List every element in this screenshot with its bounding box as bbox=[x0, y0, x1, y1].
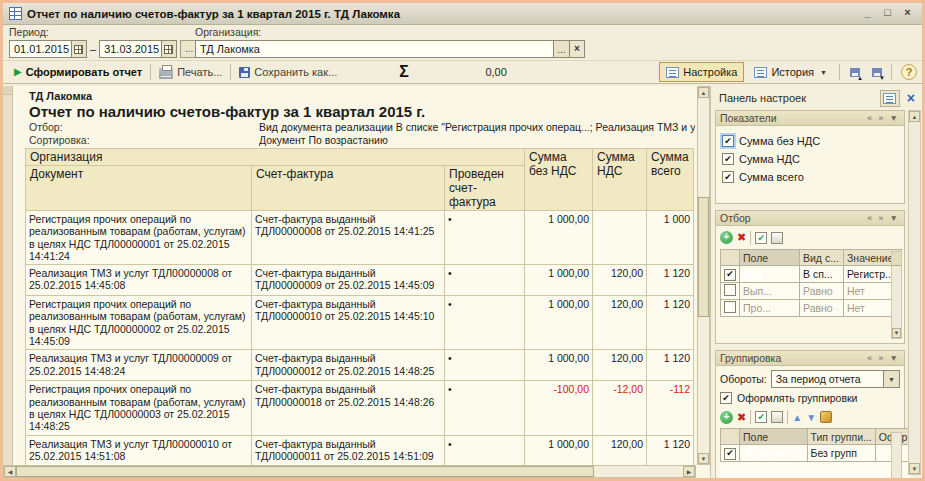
uncheck-all-icon[interactable] bbox=[771, 411, 783, 423]
chevron-right-icon[interactable]: » bbox=[878, 213, 885, 223]
indicator-sum-vat[interactable]: ✔ Сумма НДС bbox=[716, 150, 904, 168]
collapse-icon[interactable]: ▼ bbox=[890, 213, 900, 223]
col-header-invoice[interactable]: Счет-фактура bbox=[252, 166, 445, 211]
grouping-col-field[interactable]: Поле bbox=[740, 429, 808, 445]
panel-scrollbar[interactable]: ▲ ▼ bbox=[908, 110, 921, 475]
uncheck-all-icon[interactable] bbox=[771, 232, 783, 244]
vertical-scroll-thumb[interactable] bbox=[698, 197, 709, 317]
save-as-button[interactable]: Сохранить как... bbox=[233, 62, 343, 82]
checkbox-unchecked[interactable] bbox=[724, 284, 736, 296]
vertical-scrollbar[interactable]: ▲ ▼ bbox=[697, 86, 710, 465]
chevron-left-icon[interactable]: « bbox=[867, 353, 874, 363]
format-icon[interactable] bbox=[820, 411, 832, 423]
filter-col-field[interactable]: Поле bbox=[740, 250, 800, 266]
checkbox-checked[interactable]: ✔ bbox=[724, 269, 736, 281]
grouping-col-type[interactable]: Тип группи... bbox=[807, 429, 875, 445]
delete-icon[interactable]: ✖ bbox=[737, 411, 746, 424]
filter-row[interactable]: Вып... Равно Нет bbox=[721, 282, 902, 299]
help-button[interactable]: ? bbox=[901, 64, 917, 80]
format-groupings-checkbox[interactable]: ✔ Оформлять группировки bbox=[716, 390, 904, 406]
checkbox-checked[interactable]: ✔ bbox=[722, 153, 734, 165]
collapse-icon[interactable]: ▼ bbox=[890, 353, 900, 363]
organization-select-button[interactable]: ... bbox=[553, 41, 569, 57]
col-header-posted[interactable]: Проведен счет-фактура bbox=[445, 166, 525, 211]
history-icon bbox=[754, 67, 767, 78]
organization-input[interactable]: ТД Лакомка bbox=[196, 41, 553, 57]
table-row[interactable]: Регистрация прочих операций по реализова… bbox=[26, 296, 694, 350]
autosum-button[interactable]: Σ bbox=[399, 63, 409, 81]
maximize-icon[interactable]: □ bbox=[879, 6, 896, 21]
floppy-icon bbox=[239, 67, 250, 78]
check-all-icon[interactable]: ✔ bbox=[755, 411, 767, 423]
indicator-sum-total[interactable]: ✔ Сумма всего bbox=[716, 168, 904, 186]
generate-report-button[interactable]: ▶ Сформировать отчет bbox=[8, 62, 148, 82]
add-icon[interactable]: + bbox=[720, 411, 733, 424]
load-settings-button[interactable]: ▲ bbox=[845, 64, 864, 81]
col-header-organization[interactable]: Организация bbox=[26, 149, 525, 166]
period-to-input[interactable]: 31.03.2015 bbox=[100, 41, 161, 57]
indicator-sum-net[interactable]: ✔ Сумма без НДС bbox=[716, 132, 904, 150]
turnovers-select[interactable]: За период отчета ▼ bbox=[771, 370, 900, 388]
scroll-up-icon[interactable]: ▲ bbox=[698, 87, 709, 98]
minimize-icon[interactable]: _ bbox=[859, 6, 876, 21]
horizontal-scrollbar[interactable]: ◀ ▶ bbox=[3, 465, 696, 478]
col-header-sum-vat[interactable]: Сумма НДС bbox=[593, 149, 647, 211]
section-grouping-header[interactable]: Группировка « » ▼ bbox=[715, 350, 905, 366]
add-icon[interactable]: + bbox=[720, 231, 733, 244]
chevron-right-icon[interactable]: » bbox=[878, 353, 885, 363]
table-row[interactable]: Регистрация прочих операций по реализова… bbox=[26, 381, 694, 435]
checkbox-unchecked[interactable] bbox=[724, 301, 736, 313]
table-row[interactable]: Реализация ТМЗ и услуг ТДЛ00000008 от 25… bbox=[26, 265, 694, 296]
collapse-icon[interactable]: ▼ bbox=[890, 113, 900, 123]
save-settings-button[interactable]: ▼ bbox=[867, 64, 886, 81]
section-filter-header[interactable]: Отбор « » ▼ bbox=[715, 210, 905, 226]
filter-grid: Поле Вид с... Значение ✔ Вид... В сп... … bbox=[720, 249, 902, 317]
organization-clear-icon[interactable]: × bbox=[569, 41, 584, 57]
scroll-down-icon[interactable]: ▼ bbox=[892, 328, 901, 338]
report-area: ТД Лакомка Отчет по наличию счетов-факту… bbox=[3, 86, 710, 478]
scroll-left-icon[interactable]: ◀ bbox=[4, 466, 16, 477]
checkbox-checked[interactable]: ✔ bbox=[720, 392, 732, 404]
table-row[interactable]: Реализация ТМЗ и услуг ТДЛ00000010 от 25… bbox=[26, 435, 694, 465]
chevron-right-icon[interactable]: » bbox=[878, 113, 885, 123]
col-header-document[interactable]: Документ bbox=[26, 166, 252, 211]
panel-close-icon[interactable]: × bbox=[904, 91, 918, 105]
posted-dot: • bbox=[445, 381, 525, 435]
move-down-icon[interactable]: ▼ bbox=[806, 412, 816, 423]
filter-col-kind[interactable]: Вид с... bbox=[800, 250, 844, 266]
grouping-row[interactable]: ✔ Организац... Без групп bbox=[721, 445, 911, 462]
period-from-input[interactable]: 01.01.2015 bbox=[10, 41, 71, 57]
table-row[interactable]: Регистрация прочих операций по реализова… bbox=[26, 211, 694, 265]
play-icon: ▶ bbox=[14, 67, 22, 77]
print-button[interactable]: Печать... bbox=[153, 62, 228, 82]
checkbox-checked[interactable]: ✔ bbox=[722, 135, 734, 147]
calendar-icon[interactable] bbox=[71, 41, 86, 57]
close-icon[interactable]: × bbox=[899, 6, 916, 21]
settings-toggle-button[interactable]: Настройка bbox=[659, 62, 744, 82]
scroll-right-icon[interactable]: ▶ bbox=[683, 466, 695, 477]
chevron-down-icon[interactable]: ▼ bbox=[883, 371, 899, 387]
scroll-down-icon[interactable]: ▼ bbox=[909, 463, 920, 474]
filter-grid-scrollbar[interactable]: ▼ bbox=[891, 251, 902, 339]
col-header-sum-net[interactable]: Сумма без НДС bbox=[525, 149, 593, 211]
grouping-grid-scrollbar[interactable]: ▼ bbox=[891, 432, 902, 481]
move-up-icon[interactable]: ▲ bbox=[792, 412, 802, 423]
col-header-sum-total[interactable]: Сумма всего bbox=[647, 149, 694, 211]
horizontal-scroll-thumb[interactable] bbox=[16, 466, 594, 477]
delete-icon[interactable]: ✖ bbox=[737, 231, 746, 244]
section-indicators-header[interactable]: Показатели « » ▼ bbox=[715, 110, 905, 126]
calendar-icon[interactable] bbox=[161, 41, 176, 57]
chevron-left-icon[interactable]: « bbox=[867, 213, 874, 223]
panel-properties-button[interactable] bbox=[880, 90, 900, 107]
table-row[interactable]: Реализация ТМЗ и услуг ТДЛ00000009 от 25… bbox=[26, 350, 694, 381]
parameters-bar: Период: 01.01.2015 – 31.03.2015 ... Орга… bbox=[3, 25, 922, 60]
filter-row[interactable]: Про... Равно Нет bbox=[721, 299, 902, 316]
check-all-icon[interactable]: ✔ bbox=[755, 232, 767, 244]
checkbox-checked[interactable]: ✔ bbox=[724, 448, 736, 460]
history-button[interactable]: История ▼ bbox=[747, 62, 834, 82]
scroll-down-icon[interactable]: ▼ bbox=[698, 453, 709, 464]
scroll-up-icon[interactable]: ▲ bbox=[909, 111, 920, 122]
checkbox-checked[interactable]: ✔ bbox=[722, 171, 734, 183]
chevron-left-icon[interactable]: « bbox=[867, 113, 874, 123]
filter-row[interactable]: ✔ Вид... В сп... Регистр... bbox=[721, 266, 902, 283]
